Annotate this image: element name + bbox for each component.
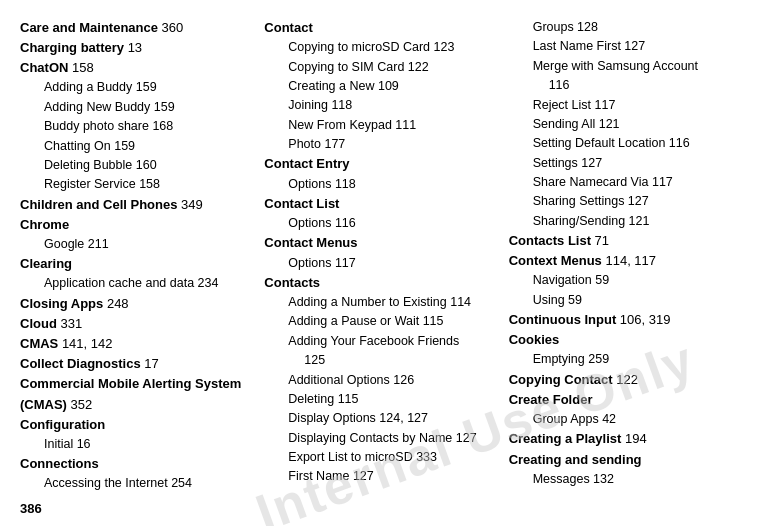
entry-heading: Continuous Input [509,312,617,327]
list-item: Merge with Samsung Account [509,57,745,76]
entry-heading: Cloud [20,316,57,331]
entry-heading: Configuration [20,417,105,432]
list-item: Display Options 124, 127 [264,409,500,428]
list-item: Copying to microSD Card 123 [264,38,500,57]
list-item: Group Apps 42 [509,410,745,429]
entry-page: 17 [141,356,159,371]
list-item: Contact [264,18,500,38]
list-item: Last Name First 127 [509,37,745,56]
list-item: Connections [20,454,256,474]
page-container: Care and Maintenance 360Charging battery… [0,0,765,526]
list-item: Creating a New 109 [264,77,500,96]
list-item: Continuous Input 106, 319 [509,310,745,330]
list-item: Register Service 158 [20,175,256,194]
entry-heading: Contact Menus [264,235,357,250]
index-column-2: ContactCopying to microSD Card 123Copyin… [264,18,508,508]
list-item: Options 117 [264,254,500,273]
entry-heading: Contact List [264,196,339,211]
list-item: Sending All 121 [509,115,745,134]
entry-heading: Clearing [20,256,72,271]
list-item: Closing Apps 248 [20,294,256,314]
list-item: Google 211 [20,235,256,254]
list-item: Cookies [509,330,745,350]
list-item: Cloud 331 [20,314,256,334]
list-item: Creating a Playlist 194 [509,429,745,449]
list-item: Copying to SIM Card 122 [264,58,500,77]
list-item: Chrome [20,215,256,235]
list-item: Adding New Buddy 159 [20,98,256,117]
entry-page: 71 [591,233,609,248]
list-item: Contact Menus [264,233,500,253]
list-item: Joining 118 [264,96,500,115]
entry-heading: Contacts List [509,233,591,248]
list-item: Create Folder [509,390,745,410]
list-item: Care and Maintenance 360 [20,18,256,38]
list-item: Export List to microSD 333 [264,448,500,467]
entry-heading: Care and Maintenance [20,20,158,35]
list-item: Emptying 259 [509,350,745,369]
list-item: Displaying Contacts by Name 127 [264,429,500,448]
list-item: Buddy photo share 168 [20,117,256,136]
list-item: Adding Your Facebook Friends [264,332,500,351]
entry-page: 122 [613,372,638,387]
entry-page: 352 [67,397,92,412]
list-item: Sharing Settings 127 [509,192,745,211]
entry-page: 194 [621,431,646,446]
entry-page: 106, 319 [616,312,670,327]
list-item: 116 [509,76,745,95]
entry-heading: ChatON [20,60,68,75]
list-item: New From Keypad 111 [264,116,500,135]
entry-heading: Contacts [264,275,320,290]
entry-heading: Collect Diagnostics [20,356,141,371]
list-item: Photo 177 [264,135,500,154]
list-item: Copying Contact 122 [509,370,745,390]
index-columns: Care and Maintenance 360Charging battery… [20,18,745,508]
entry-heading: CMAS [20,336,58,351]
list-item: Options 118 [264,175,500,194]
entry-heading: Creating a Playlist [509,431,622,446]
entry-page: 360 [158,20,183,35]
entry-heading: Create Folder [509,392,593,407]
list-item: Using 59 [509,291,745,310]
list-item: Settings 127 [509,154,745,173]
entry-heading: Chrome [20,217,69,232]
list-item: Deleting 115 [264,390,500,409]
list-item: Configuration [20,415,256,435]
page-number: 386 [20,501,42,516]
list-item: Application cache and data 234 [20,274,256,293]
list-item: Charging battery 13 [20,38,256,58]
list-item: Adding a Number to Existing 114 [264,293,500,312]
list-item: CMAS 141, 142 [20,334,256,354]
list-item: Adding a Pause or Wait 115 [264,312,500,331]
list-item: Collect Diagnostics 17 [20,354,256,374]
entry-page: 248 [103,296,128,311]
list-item: Deleting Bubble 160 [20,156,256,175]
entry-heading: Context Menus [509,253,602,268]
list-item: Additional Options 126 [264,371,500,390]
list-item: Contact List [264,194,500,214]
entry-heading: Charging battery [20,40,124,55]
list-item: Messages 132 [509,470,745,489]
entry-page: 114, 117 [602,253,656,268]
list-item: Commercial Mobile Alerting System (CMAS)… [20,374,256,414]
list-item: Navigation 59 [509,271,745,290]
entry-page: 331 [57,316,82,331]
list-item: 125 [264,351,500,370]
list-item: Groups 128 [509,18,745,37]
list-item: Reject List 117 [509,96,745,115]
index-column-3: Groups 128Last Name First 127Merge with … [509,18,745,508]
entry-heading: Contact [264,20,312,35]
entry-page: 141, 142 [58,336,112,351]
list-item: Options 116 [264,214,500,233]
entry-heading: Cookies [509,332,560,347]
list-item: Initial 16 [20,435,256,454]
entry-page: 158 [68,60,93,75]
entry-heading: Copying Contact [509,372,613,387]
entry-page: 349 [177,197,202,212]
list-item: Sharing/Sending 121 [509,212,745,231]
list-item: Clearing [20,254,256,274]
index-column-1: Care and Maintenance 360Charging battery… [20,18,264,508]
entry-heading: Connections [20,456,99,471]
list-item: Contact Entry [264,154,500,174]
list-item: Accessing the Internet 254 [20,474,256,493]
